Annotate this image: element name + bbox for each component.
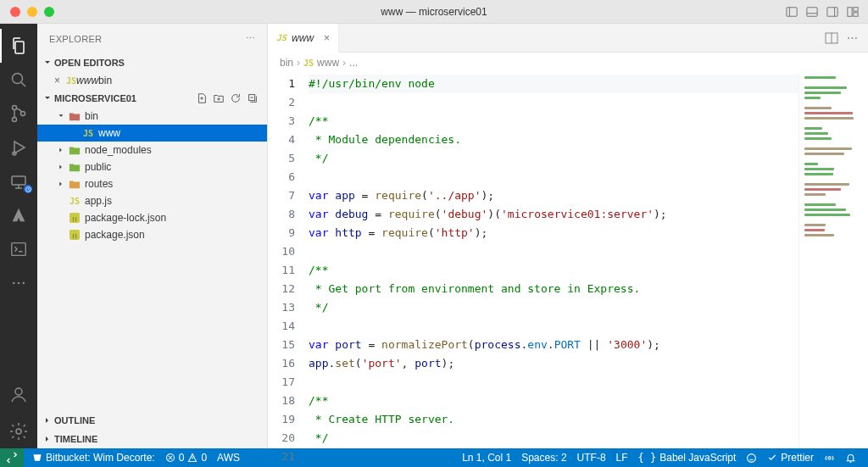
refresh-icon[interactable] — [230, 92, 242, 104]
activity-account[interactable] — [0, 377, 37, 411]
js-file-icon: JS — [81, 129, 95, 138]
open-editor-name: www — [76, 75, 98, 86]
breadcrumb-item[interactable]: ... — [349, 57, 358, 69]
open-editors-list: × JS www bin — [37, 72, 267, 89]
js-file-icon: JS — [66, 76, 76, 86]
line-numbers: 123456789101112131415161718192021 — [268, 73, 309, 448]
window-title: www — microservice01 — [0, 6, 868, 18]
json-file-icon: {} — [68, 230, 81, 240]
svg-point-13 — [21, 112, 25, 116]
status-bitbucket[interactable]: Bitbucket: Wim Decorte: — [27, 448, 160, 467]
sidebar-more-icon[interactable]: ⋯ — [246, 33, 255, 44]
customize-layout-icon[interactable] — [846, 5, 860, 19]
window-close[interactable] — [10, 7, 20, 17]
svg-point-11 — [13, 106, 17, 110]
tree-file-www[interactable]: JSwww — [37, 125, 267, 142]
workspace-header[interactable]: MICROSERVICE01 — [37, 89, 267, 108]
tree-folder-bin[interactable]: bin — [37, 108, 267, 125]
close-icon[interactable]: × — [324, 32, 330, 44]
svg-rect-16 — [12, 176, 25, 185]
activity-bar — [0, 24, 37, 448]
activity-explorer[interactable] — [0, 29, 37, 63]
tree-item-label: app.js — [85, 195, 112, 207]
folder-icon — [68, 178, 81, 190]
timeline-label: TIMELINE — [54, 434, 97, 444]
tree-item-label: routes — [85, 178, 113, 190]
toggle-panel-bottom-icon[interactable] — [805, 5, 819, 19]
new-folder-icon[interactable] — [213, 92, 225, 104]
tree-folder-routes[interactable]: routes — [37, 175, 267, 192]
new-file-icon[interactable] — [196, 92, 208, 104]
tree-file-app-js[interactable]: JSapp.js — [37, 192, 267, 209]
close-icon[interactable]: × — [54, 75, 66, 86]
minimap[interactable] — [798, 73, 868, 448]
activity-more[interactable] — [0, 266, 37, 300]
status-errors-count: 0 — [179, 452, 185, 464]
tree-item-label: package-lock.json — [85, 212, 166, 224]
window-maximize[interactable] — [44, 7, 54, 17]
breadcrumb-item[interactable]: www — [317, 57, 339, 69]
open-editor-item[interactable]: × JS www bin — [37, 72, 267, 89]
chevron-icon — [56, 180, 66, 188]
timeline-header[interactable]: TIMELINE — [37, 430, 267, 448]
js-file-icon: JS — [303, 58, 314, 68]
window-minimize[interactable] — [27, 7, 37, 17]
folder-icon — [68, 110, 81, 122]
toggle-panel-right-icon[interactable] — [826, 5, 839, 19]
collapse-all-icon[interactable] — [247, 92, 259, 104]
svg-rect-0 — [787, 7, 797, 16]
svg-rect-8 — [854, 12, 858, 15]
tab-www[interactable]: JS www × — [268, 24, 339, 53]
code-content[interactable]: #!/usr/bin/env node /** * Module depende… — [309, 73, 798, 448]
activity-search[interactable] — [0, 63, 37, 97]
breadcrumbs[interactable]: bin › JS www › ... — [268, 53, 868, 73]
tree-folder-public[interactable]: public — [37, 158, 267, 175]
tree-item-label: bin — [85, 110, 98, 122]
status-bell[interactable] — [840, 448, 861, 467]
svg-point-24 — [15, 388, 22, 395]
svg-line-10 — [21, 82, 25, 86]
tree-folder-node_modules[interactable]: node_modules — [37, 142, 267, 158]
svg-point-9 — [13, 74, 23, 84]
svg-marker-14 — [14, 142, 25, 153]
chevron-down-icon — [42, 93, 53, 103]
tree-file-package-json[interactable]: {}package.json — [37, 226, 267, 243]
badge-clock-icon — [24, 185, 32, 193]
js-file-icon: JS — [68, 197, 81, 206]
status-warnings-count: 0 — [201, 452, 207, 464]
status-live-icon[interactable] — [819, 448, 840, 467]
outline-header[interactable]: OUTLINE — [37, 411, 267, 430]
breadcrumb-item[interactable]: bin — [280, 57, 293, 69]
chevron-right-icon — [42, 415, 53, 425]
activity-remote[interactable] — [0, 164, 37, 198]
tree-file-package-lock-json[interactable]: {}package-lock.json — [37, 209, 267, 226]
svg-text:{}: {} — [72, 215, 78, 222]
tab-more-icon[interactable]: ⋯ — [847, 31, 858, 45]
chevron-right-icon — [42, 434, 53, 444]
file-tree: binJSwwwnode_modulespublicroutesJSapp.js… — [37, 108, 267, 243]
svg-point-12 — [13, 118, 17, 122]
activity-atlassian[interactable] — [0, 198, 37, 232]
svg-rect-20 — [12, 243, 26, 256]
open-editors-header[interactable]: OPEN EDITORS — [37, 53, 267, 72]
outline-label: OUTLINE — [54, 415, 95, 425]
sidebar-title: EXPLORER — [49, 34, 102, 44]
svg-text:{}: {} — [72, 232, 78, 239]
toggle-panel-left-icon[interactable] — [785, 5, 798, 19]
activity-source-control[interactable] — [0, 97, 37, 131]
svg-point-36 — [828, 456, 831, 459]
activity-terminal[interactable] — [0, 232, 37, 266]
folder-icon — [68, 161, 81, 173]
tree-item-label: package.json — [85, 229, 145, 241]
chevron-icon — [56, 163, 66, 171]
activity-settings[interactable] — [0, 414, 37, 448]
status-errors[interactable]: 0 0 — [160, 448, 212, 467]
js-file-icon: JS — [276, 33, 287, 42]
chevron-down-icon — [42, 58, 53, 68]
split-editor-icon[interactable] — [825, 31, 838, 45]
activity-run[interactable] — [0, 131, 37, 164]
status-aws[interactable]: AWS — [212, 448, 245, 467]
svg-rect-2 — [807, 7, 817, 16]
titlebar[interactable]: www — microservice01 — [0, 0, 868, 24]
remote-indicator[interactable] — [0, 448, 24, 467]
